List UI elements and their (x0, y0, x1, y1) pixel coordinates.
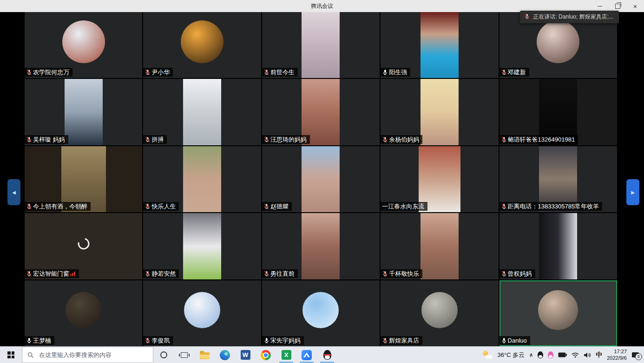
participant-tile[interactable]: 尹小华 (143, 12, 261, 78)
qq-button[interactable] (317, 347, 337, 363)
qq-icon (323, 350, 331, 360)
mic-muted-icon (26, 69, 32, 75)
next-page-button[interactable]: ▶ (626, 179, 639, 205)
participant-name: 辉煌家具店 (389, 337, 419, 344)
participant-video (183, 213, 221, 279)
tencent-meeting-icon (302, 350, 312, 360)
participant-tile[interactable]: 吴梓璇 妈妈 (25, 79, 142, 145)
participant-tile[interactable]: 汪思琦的妈妈 (262, 79, 380, 145)
mic-muted-icon (501, 136, 507, 143)
participant-tile[interactable]: 宏达智能门窗 (25, 213, 142, 279)
search-input[interactable] (38, 351, 148, 359)
participant-avatar (181, 20, 223, 63)
excel-button[interactable]: X (276, 347, 296, 363)
participant-tile[interactable]: Danluo (499, 280, 617, 346)
participant-name: 阳生强 (389, 69, 407, 75)
chrome-browser-button[interactable] (256, 347, 276, 363)
restore-icon (615, 4, 620, 9)
taskbar-clock[interactable]: 17:27 2022/9/6 (607, 349, 627, 362)
clock-time: 17:27 (607, 349, 627, 355)
participant-name: 汪思琦的妈妈 (270, 136, 307, 143)
participant-video (302, 146, 340, 212)
taskbar-search[interactable] (22, 347, 153, 363)
now-speaking-text: 正在讲话: Danluo; 辉煌家具店;... (533, 13, 613, 21)
participant-tile[interactable]: 静若安然 (143, 213, 261, 279)
participant-name: 鲍语轩爸爸13264901981 (508, 136, 575, 143)
qq-pink-tray-icon[interactable] (548, 351, 553, 358)
excel-icon: X (282, 350, 291, 360)
participant-name: 前世今生 (270, 69, 295, 75)
participant-tile[interactable]: 农学院何忠万 (25, 12, 142, 78)
participant-name-label: 赵德耀 (262, 202, 292, 211)
action-center-button[interactable]: 5 (631, 352, 639, 358)
participant-name: 今上朝有酒，今朝醉 (33, 203, 87, 209)
participant-video (302, 12, 340, 78)
participant-tile[interactable]: 一江春水向东流 (381, 146, 498, 212)
participant-tile[interactable]: 快乐人生 (143, 146, 261, 212)
edge-icon (220, 350, 230, 360)
participant-tile[interactable]: 阳生强 (381, 12, 498, 78)
cortana-icon (160, 351, 167, 358)
chevron-left-icon: ◀ (12, 190, 16, 195)
participant-tile[interactable]: 鲍语轩爸爸13264901981 (499, 79, 617, 145)
participant-name: 勇往直前 (270, 271, 295, 277)
participant-tile[interactable]: 千杯敬快乐 (381, 213, 498, 279)
tray-expand-chevron-icon[interactable]: ∧ (529, 352, 533, 358)
word-icon: W (241, 350, 250, 360)
wifi-icon[interactable] (572, 352, 579, 358)
tencent-meeting-button[interactable] (296, 347, 317, 363)
qq-tray-icon[interactable] (538, 351, 543, 358)
mic-on-icon (263, 337, 269, 344)
meeting-stage: 农学院何忠万尹小华前世今生阳生强邓建新吴梓璇 妈妈拼搏汪思琦的妈妈余杨伯妈妈鲍语… (0, 12, 644, 346)
file-explorer-button[interactable] (194, 347, 215, 363)
word-button[interactable]: W (235, 347, 256, 363)
participant-name-label: 邓建新 (499, 68, 529, 77)
close-icon: × (633, 3, 637, 10)
participant-video (183, 79, 221, 145)
participant-tile[interactable]: 余杨伯妈妈 (381, 79, 498, 145)
participant-name: 快乐人生 (151, 203, 176, 209)
participant-avatar (302, 292, 339, 328)
participant-tile[interactable]: 今上朝有酒，今朝醉 (25, 146, 142, 212)
mic-muted-icon (263, 271, 269, 277)
battery-icon[interactable] (558, 352, 567, 357)
participant-name: 静若安然 (151, 271, 176, 277)
participant-name-label: 今上朝有酒，今朝醉 (25, 202, 91, 211)
participant-tile[interactable]: 前世今生 (262, 12, 380, 78)
cortana-button[interactable] (153, 347, 174, 363)
minimize-icon (598, 6, 602, 6)
participant-tile[interactable]: 曾权妈妈 (499, 213, 617, 279)
chevron-right-icon: ▶ (631, 190, 635, 195)
mic-muted-icon (145, 136, 151, 143)
speaker-icon[interactable] (584, 352, 591, 358)
start-button[interactable] (0, 347, 22, 363)
mic-on-icon (26, 337, 32, 344)
mic-muted-icon (501, 271, 507, 277)
weather-icon[interactable] (482, 351, 493, 359)
participant-tile[interactable]: 李俊凯 (143, 280, 261, 346)
participant-avatar (66, 292, 102, 328)
edge-browser-button[interactable] (215, 347, 235, 363)
close-button[interactable]: × (626, 0, 644, 12)
participant-name-label: 李俊凯 (143, 336, 173, 345)
weather-text[interactable]: 36°C 多云 (497, 351, 525, 359)
participant-name: 吴梓璇 妈妈 (33, 136, 65, 143)
mic-muted-icon (501, 69, 507, 75)
ime-indicator[interactable]: 中 (596, 351, 602, 359)
participant-tile[interactable]: 王梦楠 (25, 280, 142, 346)
participant-tile[interactable]: 勇往直前 (262, 213, 380, 279)
participant-tile[interactable]: 赵德耀 (262, 146, 380, 212)
participant-name-label: 千杯敬快乐 (381, 269, 422, 278)
participant-tile[interactable]: 拼搏 (143, 79, 261, 145)
taskbar-apps: WX (194, 347, 337, 363)
participant-tile[interactable]: 宋先宇妈妈 (262, 280, 380, 346)
participant-name: 邓建新 (508, 69, 526, 75)
mic-muted-icon (26, 271, 32, 277)
participant-name: 一江春水向东流 (382, 203, 424, 209)
previous-page-button[interactable]: ◀ (7, 179, 20, 205)
loading-spinner-icon (76, 236, 92, 252)
participant-name-label: 宏达智能门窗 (25, 269, 79, 278)
task-view-button[interactable] (174, 347, 194, 363)
participant-tile[interactable]: 辉煌家具店 (381, 280, 498, 346)
participant-tile[interactable]: 距离电话：13833305785常年收羊 (499, 146, 617, 212)
